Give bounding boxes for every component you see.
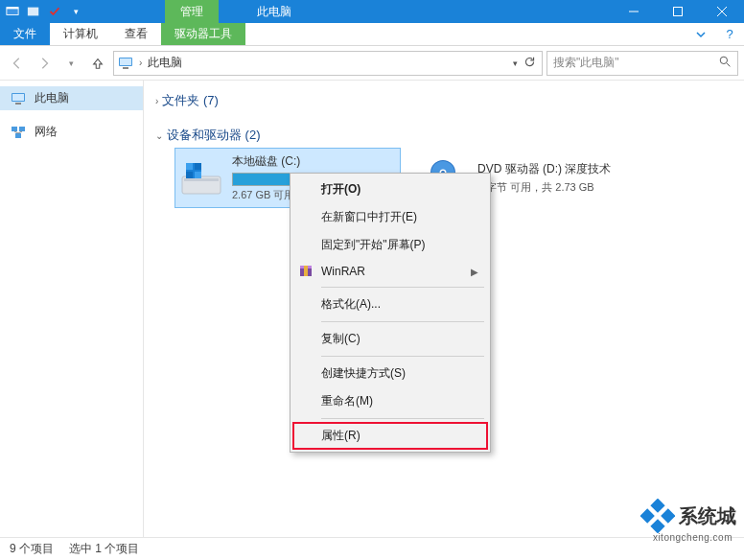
svg-rect-2 [28,8,38,16]
search-placeholder: 搜索"此电脑" [553,55,619,71]
watermark: 系统城 [640,499,736,533]
chevron-down-icon: ⌄ [155,130,163,141]
pc-icon [10,92,27,105]
svg-line-18 [14,131,18,133]
submenu-arrow-icon: ▶ [471,267,478,277]
cm-copy[interactable]: 复制(C) [292,325,488,353]
status-bar: 9 个项目 选中 1 个项目 [0,537,744,560]
status-selected-count: 选中 1 个项目 [69,541,139,557]
nav-history-dropdown[interactable]: ▾ [59,52,82,75]
contextual-tab[interactable]: 管理 [165,0,219,23]
sidebar-item-network[interactable]: 网络 [0,120,143,144]
sys-icon[interactable] [4,3,21,20]
watermark-text: 系统城 [679,503,736,529]
search-icon[interactable] [719,56,732,71]
close-button[interactable] [700,0,744,23]
address-bar[interactable]: › 此电脑 ▾ [113,51,543,76]
svg-point-10 [720,57,727,63]
sidebar-item-this-pc[interactable]: 此电脑 [0,86,143,110]
svg-rect-17 [15,133,21,138]
search-input[interactable]: 搜索"此电脑" [546,51,738,76]
cm-properties[interactable]: 属性(R) [292,422,488,450]
ribbon-tabs: 文件 计算机 查看 驱动器工具 ? [0,23,744,46]
svg-rect-38 [650,519,664,533]
svg-rect-23 [186,163,193,170]
nav-forward-button[interactable] [33,52,56,75]
tab-computer[interactable]: 计算机 [50,23,111,45]
help-icon[interactable]: ? [715,23,744,45]
cm-open[interactable]: 打开(O) [292,175,488,203]
svg-rect-21 [184,178,219,181]
group-folders: › 文件夹 (7) [155,88,732,113]
cm-format[interactable]: 格式化(A)... [292,291,488,318]
cm-rename[interactable]: 重命名(M) [292,387,488,415]
group-label: 文件夹 (7) [162,92,219,109]
disk-icon [180,159,222,198]
svg-rect-16 [19,127,25,131]
svg-rect-25 [186,172,193,178]
svg-rect-9 [123,67,128,69]
svg-line-11 [727,63,730,66]
tab-drive-tools[interactable]: 驱动器工具 [161,23,245,45]
chevron-right-icon: › [155,96,158,106]
winrar-icon [298,264,314,279]
svg-rect-1 [7,8,18,10]
cm-label: WinRAR [321,265,365,278]
nav-up-button[interactable] [86,52,109,75]
svg-rect-8 [120,58,131,65]
svg-line-19 [18,131,22,133]
svg-rect-26 [195,172,201,178]
cm-separator [321,356,484,357]
svg-rect-37 [661,508,675,523]
cm-create-shortcut[interactable]: 创建快捷方式(S) [292,360,488,387]
qat: ▾ [0,3,88,20]
svg-rect-34 [304,266,308,276]
drive-name: 本地磁盘 (C:) [232,153,395,170]
cm-separator [321,287,484,288]
qat-dropdown-icon[interactable]: ▾ [67,3,84,20]
cm-separator [321,418,484,419]
minimize-button[interactable] [612,0,656,23]
context-menu: 打开(O) 在新窗口中打开(E) 固定到"开始"屏幕(P) WinRAR ▶ 格… [290,173,491,453]
tab-view[interactable]: 查看 [111,23,161,45]
tab-file[interactable]: 文件 [0,23,50,45]
cm-pin-start[interactable]: 固定到"开始"屏幕(P) [292,231,488,259]
nav-back-button[interactable] [6,52,29,75]
drive-name: DVD 驱动器 (D:) 深度技术 [477,161,611,177]
check-icon[interactable] [46,3,63,20]
nav-pane: 此电脑 网络 [0,81,144,537]
cm-winrar[interactable]: WinRAR ▶ [292,259,488,284]
ribbon-expand-icon[interactable] [686,23,715,45]
group-header-folders[interactable]: › 文件夹 (7) [155,88,732,113]
group-header-drives[interactable]: ⌄ 设备和驱动器 (2) [155,123,732,148]
drive-free-text: 0 字节 可用，共 2.73 GB [477,180,611,195]
group-label: 设备和驱动器 (2) [167,127,261,144]
sidebar-item-label: 此电脑 [35,90,69,106]
address-dropdown-icon[interactable]: ▾ [513,58,518,68]
cm-open-new-window[interactable]: 在新窗口中打开(E) [292,203,488,231]
folder-icon[interactable] [25,3,42,20]
network-icon [10,126,27,139]
logo-icon [640,499,675,533]
maximize-button[interactable] [656,0,700,23]
svg-rect-36 [640,508,655,523]
svg-rect-35 [650,499,664,513]
cm-separator [321,321,484,322]
svg-rect-14 [15,103,21,105]
pc-icon [116,54,135,73]
svg-rect-15 [12,127,17,131]
sidebar-item-label: 网络 [35,124,58,140]
svg-rect-24 [195,163,201,170]
status-item-count: 9 个项目 [10,541,54,557]
svg-rect-4 [674,8,683,16]
breadcrumb[interactable]: 此电脑 [142,55,188,71]
watermark-sub: xitongcheng.com [653,532,732,543]
titlebar: ▾ 管理 此电脑 [0,0,744,23]
refresh-icon[interactable] [523,56,536,71]
svg-rect-13 [12,94,24,101]
nav-row: ▾ › 此电脑 ▾ 搜索"此电脑" [0,46,744,81]
window-title: 此电脑 [257,4,291,20]
window-controls [612,0,744,23]
